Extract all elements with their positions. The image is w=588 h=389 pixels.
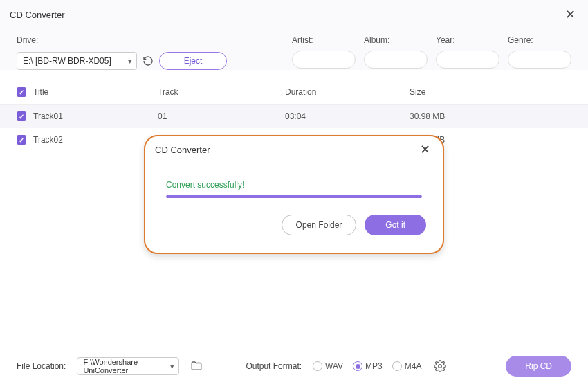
modal-title: CD Converter [155, 145, 210, 155]
cell-title: Track01 [33, 111, 158, 121]
artist-label: Artist: [292, 35, 356, 45]
col-duration: Duration [285, 87, 410, 97]
row-checkbox[interactable] [17, 111, 26, 121]
footer: File Location: F:\Wondershare UniConvert… [0, 347, 588, 389]
radio-mp3[interactable]: MP3 [353, 361, 383, 371]
album-input[interactable] [364, 51, 428, 69]
folder-icon[interactable] [190, 360, 203, 372]
year-label: Year: [436, 35, 499, 45]
col-size: Size [410, 87, 571, 97]
drive-label: Drive: [17, 35, 238, 45]
cell-title: Track02 [33, 135, 158, 145]
genre-label: Genre: [508, 35, 571, 45]
settings-icon[interactable] [434, 360, 446, 372]
eject-button[interactable]: Eject [159, 52, 227, 70]
app-title: CD Converter [10, 10, 64, 20]
output-format-label: Output Format: [246, 361, 302, 371]
file-location-label: File Location: [17, 361, 66, 371]
close-icon[interactable]: ✕ [417, 142, 433, 157]
album-label: Album: [364, 35, 428, 45]
select-all-checkbox[interactable] [17, 87, 26, 97]
file-location-value: F:\Wondershare UniConverter [83, 358, 165, 374]
success-modal: CD Converter ✕ Convert successfully! Ope… [144, 135, 444, 254]
open-folder-button[interactable]: Open Folder [282, 215, 357, 235]
radio-m4a[interactable]: M4A [392, 361, 422, 371]
got-it-button[interactable]: Got it [365, 215, 426, 235]
modal-message: Convert successfully! [166, 180, 422, 190]
drive-value: E:\ [BD-RW BDR-XD05] [23, 56, 111, 66]
col-track: Track [158, 87, 285, 97]
cell-track: 01 [158, 111, 285, 121]
refresh-icon[interactable] [143, 55, 154, 66]
toolbar: Drive: E:\ [BD-RW BDR-XD05] Eject Artist… [0, 28, 588, 70]
table-row[interactable]: Track01 01 03:04 30.98 MB [0, 105, 588, 128]
close-icon[interactable]: ✕ [562, 6, 578, 24]
year-input[interactable] [436, 51, 499, 69]
cell-duration: 03:04 [285, 111, 410, 121]
format-radio-group: WAV MP3 M4A [313, 360, 446, 372]
artist-input[interactable] [292, 51, 356, 69]
radio-wav[interactable]: WAV [313, 361, 343, 371]
rip-cd-button[interactable]: Rip CD [506, 356, 571, 377]
svg-point-0 [439, 365, 442, 368]
col-title: Title [33, 87, 158, 97]
cell-size: 30.98 MB [410, 111, 571, 121]
drive-select[interactable]: E:\ [BD-RW BDR-XD05] [17, 52, 137, 70]
app-header: CD Converter ✕ [0, 0, 588, 28]
genre-input[interactable] [508, 51, 571, 69]
file-location-select[interactable]: F:\Wondershare UniConverter [77, 357, 179, 375]
table-header: Title Track Duration Size [0, 80, 588, 105]
row-checkbox[interactable] [17, 135, 26, 145]
modal-header: CD Converter ✕ [145, 136, 443, 163]
